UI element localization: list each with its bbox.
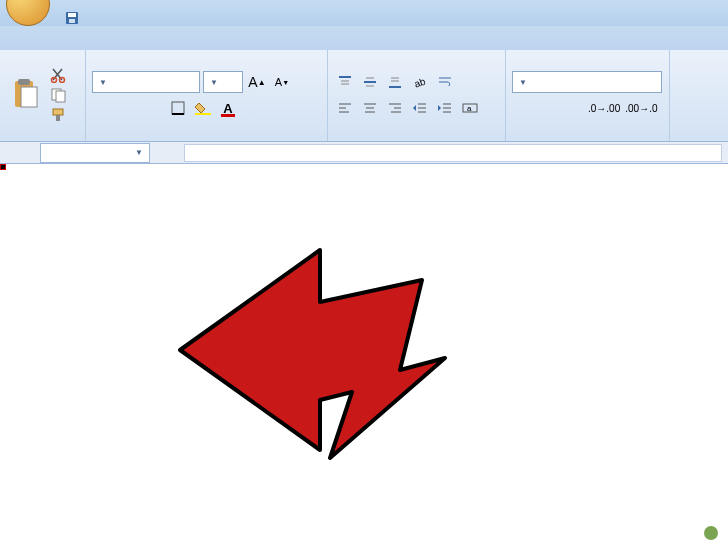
chevron-down-icon: ▼	[135, 148, 143, 157]
copy-icon[interactable]	[50, 87, 68, 103]
align-top-icon[interactable]	[334, 71, 356, 93]
wikihow-watermark	[704, 526, 722, 540]
svg-rect-12	[172, 102, 184, 114]
group-label-alignment	[334, 137, 499, 139]
comma-button[interactable]	[562, 97, 584, 119]
decrease-font-icon[interactable]: A▼	[271, 71, 293, 93]
increase-indent-icon[interactable]	[434, 97, 456, 119]
italic-button[interactable]	[117, 97, 139, 119]
paste-button[interactable]	[6, 77, 46, 113]
title-bar	[0, 0, 728, 26]
group-clipboard	[0, 50, 86, 141]
font-color-button[interactable]: A	[217, 97, 239, 119]
group-label-clipboard	[6, 137, 79, 139]
merge-center-icon[interactable]: a	[459, 97, 481, 119]
chevron-down-icon: ▼	[517, 78, 529, 87]
ribbon: ▼ ▼ A▲ A▼ A	[0, 50, 728, 142]
selected-cell-highlight	[0, 164, 6, 170]
svg-rect-9	[56, 91, 65, 102]
align-right-icon[interactable]	[384, 97, 406, 119]
chevron-down-icon: ▼	[97, 78, 109, 87]
svg-rect-10	[53, 109, 63, 115]
border-button[interactable]	[167, 97, 189, 119]
office-button[interactable]	[6, 0, 50, 26]
wikihow-logo-icon	[704, 526, 718, 540]
align-middle-icon[interactable]	[359, 71, 381, 93]
name-box[interactable]: ▼	[40, 143, 150, 163]
paste-icon	[12, 77, 40, 111]
wrap-text-icon[interactable]	[434, 71, 456, 93]
number-format-combo[interactable]: ▼	[512, 71, 662, 93]
chevron-down-icon: ▼	[208, 78, 220, 87]
ribbon-tabs	[0, 26, 728, 50]
increase-decimal-icon[interactable]: .0→.00	[587, 97, 621, 119]
group-number: ▼ .0→.00 .00→.0	[506, 50, 670, 141]
group-label-number	[512, 137, 663, 139]
quick-access-toolbar	[56, 10, 88, 26]
svg-point-6	[52, 78, 57, 83]
currency-button[interactable]	[512, 97, 534, 119]
svg-rect-2	[69, 19, 75, 23]
align-bottom-icon[interactable]	[384, 71, 406, 93]
format-painter-icon[interactable]	[50, 107, 68, 123]
increase-font-icon[interactable]: A▲	[246, 71, 268, 93]
svg-rect-14	[195, 113, 211, 115]
formula-bar-area: ▼	[0, 142, 728, 164]
align-left-icon[interactable]	[334, 97, 356, 119]
underline-button[interactable]	[142, 97, 164, 119]
fill-color-button[interactable]	[192, 97, 214, 119]
group-font: ▼ ▼ A▲ A▼ A	[86, 50, 328, 141]
annotation-arrow	[170, 230, 460, 470]
svg-rect-5	[21, 87, 37, 107]
bold-button[interactable]	[92, 97, 114, 119]
orientation-icon[interactable]: ab	[409, 71, 431, 93]
font-name-combo[interactable]: ▼	[92, 71, 200, 93]
svg-rect-15	[221, 114, 235, 117]
percent-button[interactable]	[537, 97, 559, 119]
decrease-indent-icon[interactable]	[409, 97, 431, 119]
svg-text:a: a	[467, 104, 472, 113]
svg-text:ab: ab	[413, 75, 428, 89]
group-label-font	[92, 137, 321, 139]
svg-rect-1	[68, 13, 76, 17]
align-center-icon[interactable]	[359, 97, 381, 119]
cut-icon[interactable]	[50, 67, 68, 83]
save-icon[interactable]	[64, 10, 80, 26]
font-size-combo[interactable]: ▼	[203, 71, 243, 93]
decrease-decimal-icon[interactable]: .00→.0	[624, 97, 658, 119]
group-alignment: ab a	[328, 50, 506, 141]
formula-input[interactable]	[184, 144, 722, 162]
svg-rect-4	[18, 79, 30, 85]
svg-rect-11	[56, 115, 60, 121]
